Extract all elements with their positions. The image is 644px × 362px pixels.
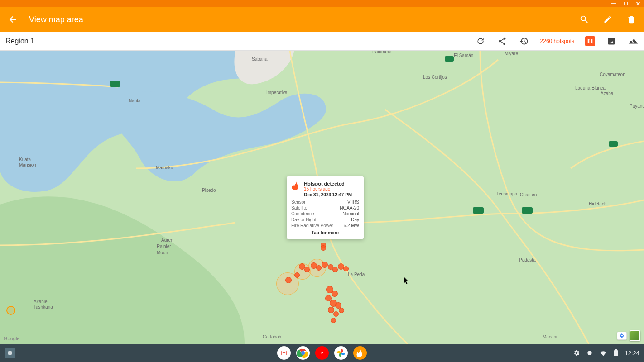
clock-icon [519,37,529,46]
photos-icon [336,348,346,358]
info-date: Dec 31, 2023 12:47 PM [304,192,352,197]
layers-toggle-button[interactable] [585,36,595,46]
gmail-app-icon[interactable] [277,346,291,360]
back-button[interactable] [7,14,18,25]
svg-text:Coyamateon: Coyamateon [600,72,625,77]
system-tray[interactable]: 12:24 [573,349,639,357]
svg-text:Auren: Auren [161,238,173,243]
svg-rect-38 [615,349,617,350]
pencil-icon [603,15,612,24]
svg-text:Mansion: Mansion [19,162,36,167]
refresh-button[interactable] [475,36,486,47]
svg-text:Chacten: Chacten [520,192,537,197]
terrain-icon [628,36,638,46]
edit-button[interactable] [602,14,613,25]
clock[interactable]: 12:24 [625,350,639,357]
svg-point-36 [588,351,592,355]
window-controls [611,0,640,7]
app-bar: View map area [0,7,644,32]
settings-icon[interactable] [573,349,580,357]
svg-text:Payanua: Payanua [630,104,644,109]
delete-button[interactable] [626,14,637,25]
my-location-button[interactable] [6,306,15,315]
svg-text:Mamaku: Mamaku [156,165,173,170]
sub-bar: Region 1 2260 hotspots [0,32,644,51]
map-icon [587,38,593,44]
chrome-app-icon[interactable] [296,346,310,360]
share-button[interactable] [497,36,508,47]
terrain-button[interactable] [628,36,639,47]
history-button[interactable] [519,36,529,47]
svg-rect-37 [614,350,618,356]
map-controls-bottom-right [617,330,640,341]
current-app-icon[interactable] [353,346,367,360]
info-details: SensorVIIRSSatelliteNOAA-20ConfidenceNom… [291,199,359,229]
info-row: SatelliteNOAA-20 [291,205,359,211]
svg-text:Azaba: Azaba [601,91,614,96]
window-minimize-icon[interactable] [611,3,616,4]
svg-text:Akanle: Akanle [34,299,48,304]
page-title: View map area [29,15,579,24]
info-window[interactable]: Hotspot detected 15 hours ago Dec 31, 20… [287,176,364,239]
wifi-icon[interactable] [599,349,607,357]
svg-text:Kuata: Kuata [19,157,31,162]
info-ago: 15 hours ago [304,186,352,191]
hotspot-count[interactable]: 2260 hotspots [540,38,574,44]
svg-text:Narita: Narita [129,98,141,103]
gmail-icon [280,349,288,357]
taskbar: 12:24 [0,344,644,362]
map-attribution: Google [4,336,19,341]
svg-text:Moun: Moun [157,250,168,255]
info-row: Fire Radiative Power6.2 MW [291,223,359,229]
info-row: SensorVIIRS [291,199,359,205]
map[interactable]: SabanaPalometeEl SamánMiyareCoyamateonNa… [0,51,644,344]
directions-icon [619,333,625,338]
svg-point-35 [302,352,304,354]
svg-text:Imperativa: Imperativa [266,90,288,95]
svg-text:Miyare: Miyare [505,51,518,56]
svg-text:El Samán: El Samán [454,53,473,58]
svg-text:Tashkana: Tashkana [34,305,53,310]
share-icon [498,37,507,46]
svg-text:Los Cortijos: Los Cortijos [423,75,447,80]
dock [277,346,367,360]
window-maximize-icon[interactable] [624,2,628,5]
launcher-button[interactable] [5,348,15,358]
info-row: ConfidenceNominal [291,211,359,217]
search-button[interactable] [579,14,590,25]
svg-text:Pisedo: Pisedo [202,188,216,193]
battery-icon[interactable] [614,349,618,357]
circle-icon [7,350,13,356]
svg-text:Palomete: Palomete [372,51,392,54]
fire-icon [291,181,300,191]
photos-app-icon[interactable] [334,346,348,360]
directions-chip[interactable] [617,332,627,340]
tap-for-more[interactable]: Tap for more [291,230,359,235]
svg-point-32 [8,351,12,355]
svg-text:Sabana: Sabana [252,57,268,62]
layer-chip[interactable] [630,330,640,341]
svg-text:Padasta: Padasta [519,257,536,262]
search-icon [579,14,589,24]
info-row: Day or NightDay [291,217,359,223]
youtube-app-icon[interactable] [315,346,329,360]
svg-text:Rainier: Rainier [157,244,171,249]
image-icon [607,37,616,46]
svg-text:Hidetach: Hidetach [589,201,606,206]
svg-text:Macani: Macani [543,334,557,339]
youtube-icon [318,349,326,357]
svg-text:Cartabah: Cartabah [263,334,281,339]
svg-text:Laguna Blanca: Laguna Blanca [575,86,606,90]
notification-dot-icon[interactable] [586,350,593,356]
hotspot-marker[interactable] [321,245,326,251]
flame-icon [356,349,364,357]
svg-text:Tecomapa: Tecomapa [496,191,518,196]
window-title-bar [0,0,644,7]
window-close-icon[interactable] [636,1,640,6]
refresh-icon [476,37,485,46]
chrome-icon [297,347,309,359]
region-name: Region 1 [5,37,475,45]
screenshot-button[interactable] [606,36,617,47]
info-title: Hotspot detected [304,181,352,186]
trash-icon [627,15,636,24]
